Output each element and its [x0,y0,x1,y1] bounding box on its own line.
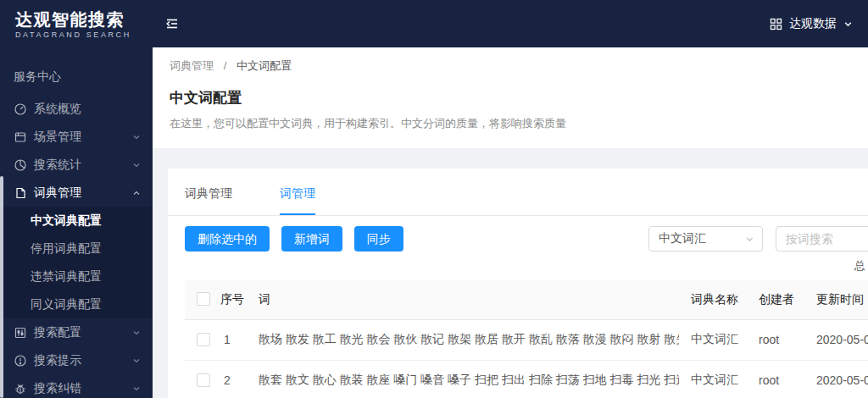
row-words-cell: 散套 散文 散心 散装 散座 嗓门 嗓音 嗓子 扫把 扫出 扫除 扫荡 扫地 扫… [247,360,679,398]
row-updated: 2020-05-06 [804,360,868,398]
row-dict-name: 中文词汇 [679,360,747,398]
row-checkbox[interactable] [197,333,210,346]
sidebar-item-label: 词典管理 [34,185,81,201]
sidebar-item-search-config[interactable]: 搜索配置 [0,318,153,346]
sidebar-item-chinese-dict-config[interactable]: 中文词典配置 [0,207,153,235]
total-count-row: 总 [185,257,868,274]
sidebar-item-search-correction[interactable]: 搜索纠错 [0,374,153,398]
row-words: 散场 散发 散工 散光 散会 散伙 散记 散架 散居 散开 散乱 散落 散漫 散… [259,332,679,345]
total-count-label: 总 [854,258,865,274]
sidebar-section-label: 服务中心 [0,64,153,95]
column-creator: 创建者 [747,280,804,319]
row-index-cell: 1 [185,319,247,360]
chevron-down-icon [132,329,141,337]
tab-word-management[interactable]: 词管理 [280,169,315,215]
breadcrumb-parent[interactable]: 词典管理 [170,59,214,72]
row-checkbox[interactable] [197,373,210,387]
row-creator: root [747,360,804,398]
chevron-down-icon [745,235,754,244]
dictionary-icon [14,186,27,200]
org-name: 达观数据 [789,16,837,31]
breadcrumb-separator: / [224,59,227,72]
sidebar-item-banned-dict-config[interactable]: 违禁词典配置 [0,263,153,290]
sidebar-item-label: 搜索纠错 [34,381,81,396]
sidebar-item-label: 系统概览 [34,102,81,117]
sidebar-item-label: 搜索提示 [34,353,81,368]
sidebar-item-search-stats[interactable]: 搜索统计 [0,151,153,179]
sidebar-item-label: 中文词典配置 [31,213,102,229]
content-card: 词典管理 词管理 删除选中的 新增词 同步 中文词汇 总 [168,169,868,398]
dict-select[interactable]: 中文词汇 [648,226,763,252]
table-header-row: 序号 词 词典名称 创建者 更新时间 [185,280,868,319]
breadcrumb: 词典管理 / 中文词配置 [170,58,851,74]
breadcrumb-current: 中文词配置 [236,59,292,72]
main-content: 词典管理 / 中文词配置 中文词配置 在这里，您可以配置中文词典，用于构建索引。… [153,47,868,398]
column-word: 词 [247,280,679,319]
logo-title: 达观智能搜索 [15,9,153,30]
row-dict-name: 中文词汇 [679,319,747,360]
sidebar-item-dictionary-management[interactable]: 词典管理 [0,179,153,207]
chevron-down-icon [132,133,141,141]
page-title: 中文词配置 [170,88,851,108]
logo-subtitle: DATAGRAND SEARCH [15,30,153,39]
scene-icon [14,130,27,144]
table-row: 2 散套 散文 散心 散装 散座 嗓门 嗓音 嗓子 扫把 扫出 扫除 扫荡 扫地… [185,360,868,398]
sidebar-item-label: 停用词典配置 [31,241,102,257]
dictionary-submenu: 中文词典配置 停用词典配置 违禁词典配置 同义词典配置 [0,207,153,318]
chevron-down-icon [843,19,853,29]
chevron-down-icon [132,161,141,169]
sidebar-item-synonym-dict-config[interactable]: 同义词典配置 [0,290,153,318]
column-index: 序号 [185,280,247,319]
sidebar-item-scene-management[interactable]: 场景管理 [0,123,153,151]
word-table: 序号 词 词典名称 创建者 更新时间 1 散场 散发 散工 散光 散会 散伙 散… [185,280,868,398]
row-index: 2 [224,373,231,387]
chevron-down-icon [132,384,141,393]
app-header: 达观智能搜索 DATAGRAND SEARCH 达观数据 [0,0,868,47]
page-header: 词典管理 / 中文词配置 中文词配置 在这里，您可以配置中文词典，用于构建索引。… [153,47,868,148]
sidebar-item-system-overview[interactable]: 系统概览 [0,95,153,123]
sidebar-item-label: 搜索配置 [34,325,81,340]
sidebar-item-label: 同义词典配置 [31,297,102,312]
bug-icon [14,382,27,395]
chevron-down-icon [132,357,141,365]
row-index-cell: 2 [185,360,247,398]
appstore-grid-icon [770,18,782,30]
sync-button[interactable]: 同步 [354,226,403,252]
app-logo: 达观智能搜索 DATAGRAND SEARCH [0,9,153,39]
search-hint-icon [14,354,27,368]
sidebar-item-label: 搜索统计 [34,158,81,173]
tab-dictionary-management[interactable]: 词典管理 [185,169,232,215]
row-words: 散套 散文 散心 散装 散座 嗓门 嗓音 嗓子 扫把 扫出 扫除 扫荡 扫地 扫… [259,373,679,386]
sidebar-item-search-hint[interactable]: 搜索提示 [0,346,153,374]
select-all-checkbox[interactable] [197,292,210,306]
org-switcher[interactable]: 达观数据 [770,16,868,31]
add-word-button[interactable]: 新增词 [281,226,342,252]
page-description: 在这里，您可以配置中文词典，用于构建索引。中文分词的质量，将影响搜索质量 [170,116,851,131]
sidebar-collapse-icon[interactable] [164,16,180,31]
row-words-cell: 散场 散发 散工 散光 散会 散伙 散记 散架 散居 散开 散乱 散落 散漫 散… [247,319,679,360]
word-search-input[interactable] [776,226,868,252]
chevron-up-icon [132,189,141,197]
sidebar: 服务中心 系统概览 场景管理 搜索统计 [0,47,153,398]
dict-select-value: 中文词汇 [659,231,745,246]
sidebar-item-label: 场景管理 [34,130,81,145]
tab-bar: 词典管理 词管理 [168,169,868,216]
sidebar-scrollbar[interactable] [0,176,3,398]
toolbar: 删除选中的 新增词 同步 中文词汇 [185,226,868,252]
sidebar-item-label: 违禁词典配置 [31,269,102,285]
sidebar-item-stopword-dict-config[interactable]: 停用词典配置 [0,235,153,263]
stats-pie-icon [14,158,27,172]
column-dict-name: 词典名称 [679,280,747,319]
row-creator: root [747,319,804,360]
row-updated: 2020-05-06 [804,319,868,360]
column-updated: 更新时间 [804,280,868,319]
table-row: 1 散场 散发 散工 散光 散会 散伙 散记 散架 散居 散开 散乱 散落 散漫… [185,319,868,360]
search-config-icon [14,326,27,340]
row-index: 1 [224,333,231,346]
delete-selected-button[interactable]: 删除选中的 [185,226,270,252]
dashboard-icon [14,102,27,116]
